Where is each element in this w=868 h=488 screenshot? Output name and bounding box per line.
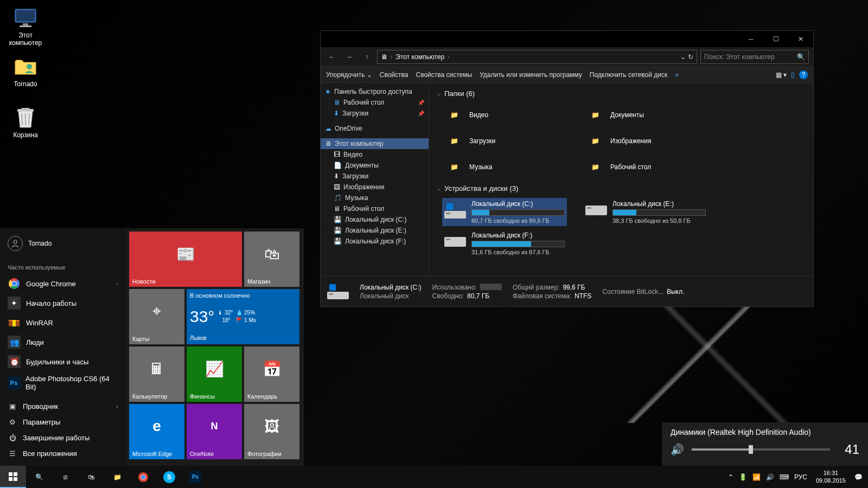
folder-docs[interactable]: 📁Документы bbox=[583, 103, 703, 127]
tree-music[interactable]: 🎵Музыка bbox=[321, 192, 429, 203]
view-icon[interactable]: ▦ ▾ bbox=[776, 71, 787, 79]
tile-photos[interactable]: 🖼Фотографии bbox=[244, 404, 299, 459]
refresh-icon[interactable]: ↻ bbox=[688, 53, 693, 61]
search-button[interactable]: 🔍 bbox=[26, 466, 52, 488]
start-user[interactable]: Tornado bbox=[0, 233, 126, 254]
tree-quickaccess[interactable]: ★Панель быстрого доступа bbox=[321, 86, 429, 97]
taskbar-skype[interactable]: S bbox=[156, 466, 182, 488]
taskbar-chrome[interactable] bbox=[130, 466, 156, 488]
start-allapps[interactable]: ☰Все приложения bbox=[0, 446, 126, 461]
titlebar[interactable]: ─ ☐ ✕ bbox=[321, 31, 813, 47]
maximize-button[interactable]: ☐ bbox=[763, 31, 788, 47]
desktop-icon-folder[interactable]: Tornado bbox=[5, 55, 46, 88]
help-icon[interactable]: ? bbox=[799, 70, 808, 79]
group-folders[interactable]: ⌄Папки (6) bbox=[437, 87, 806, 100]
chevron-down-icon[interactable]: ⌄ bbox=[680, 53, 686, 61]
tree-videos[interactable]: 🎞Видео bbox=[321, 149, 429, 160]
tree-docs[interactable]: 📄Документы bbox=[321, 160, 429, 171]
explorer-icon: ▣ bbox=[8, 402, 17, 410]
hamburger-icon: ☰ bbox=[8, 450, 17, 458]
cmd-properties[interactable]: Свойства bbox=[380, 71, 409, 79]
tile-news[interactable]: 📰Новости bbox=[129, 232, 242, 287]
cmd-sysprops[interactable]: Свойства системы bbox=[416, 71, 472, 79]
search-box[interactable]: 🔍 bbox=[700, 50, 809, 64]
winrar-icon bbox=[8, 316, 21, 329]
taskbar-store[interactable]: 🛍 bbox=[78, 466, 104, 488]
tray-battery-icon[interactable]: 🔋 bbox=[739, 473, 747, 481]
address-bar[interactable]: 🖥 › Этот компьютер › ⌄↻ bbox=[377, 50, 697, 64]
tray-volume-icon[interactable]: 🔊 bbox=[766, 473, 774, 481]
group-drives[interactable]: ⌄Устройства и диски (3) bbox=[437, 182, 806, 195]
start-explorer[interactable]: ▣Проводник› bbox=[0, 399, 126, 414]
start-settings[interactable]: ⚙Параметры bbox=[0, 414, 126, 430]
tile-calculator[interactable]: 🖩Калькулятор bbox=[129, 346, 184, 402]
tree-desktop2[interactable]: 🖥Рабочий стол bbox=[321, 203, 429, 214]
tree-onedrive[interactable]: ☁OneDrive bbox=[321, 123, 429, 134]
start-section-frequent: Часто используемые bbox=[0, 262, 126, 273]
tile-edge[interactable]: eMicrosoft Edge bbox=[129, 404, 184, 459]
start-app-winrar[interactable]: WinRAR bbox=[0, 313, 126, 332]
svg-rect-26 bbox=[329, 284, 336, 291]
start-app-getstarted[interactable]: ✦Начало работы bbox=[0, 293, 126, 313]
tree-downloads[interactable]: ⬇Загрузки📌 bbox=[321, 108, 429, 119]
folder-desktop[interactable]: 📁Рабочий стол bbox=[583, 155, 703, 179]
start-app-people[interactable]: 👥Люди bbox=[0, 332, 126, 352]
start-app-chrome[interactable]: Google Chrome› bbox=[0, 274, 126, 293]
start-app-photoshop[interactable]: PsAdobe Photoshop CS6 (64 Bit) bbox=[0, 371, 126, 394]
chart-icon: 📈 bbox=[187, 346, 242, 391]
folder-pictures[interactable]: 📁Изображения bbox=[583, 129, 703, 153]
start-button[interactable] bbox=[0, 466, 26, 488]
cmd-netdrive[interactable]: Подключить сетевой диск bbox=[590, 71, 667, 79]
tile-weather[interactable]: В основном солнечно 33° 🌡 32° 18° 💧 25%🚩… bbox=[187, 289, 299, 344]
taskview-button[interactable]: ⎚ bbox=[52, 466, 78, 488]
tree-diskC[interactable]: 💾Локальный диск (C:) bbox=[321, 214, 429, 225]
desktop-icon-thispc[interactable]: Этот компьютер bbox=[5, 7, 46, 47]
folder-music[interactable]: 📁Музыка bbox=[442, 155, 561, 179]
drive-c[interactable]: Локальный диск (C:)80,7 ГБ свободно из 9… bbox=[442, 198, 567, 226]
preview-icon[interactable]: ▯ bbox=[791, 71, 795, 79]
chevron-down-icon: ⌄ bbox=[437, 185, 441, 191]
start-app-alarms[interactable]: ⏰Будильники и часы bbox=[0, 352, 126, 371]
search-icon[interactable]: 🔍 bbox=[797, 53, 805, 61]
back-button[interactable]: ← bbox=[325, 50, 339, 64]
taskbar-photoshop[interactable]: Ps bbox=[182, 466, 208, 488]
navbar: ← → ↑ 🖥 › Этот компьютер › ⌄↻ 🔍 bbox=[321, 47, 813, 67]
folder-downloads[interactable]: 📁Загрузки bbox=[442, 129, 561, 153]
cmd-organize[interactable]: Упорядочить ⌄ bbox=[326, 71, 372, 79]
search-input[interactable] bbox=[704, 53, 794, 61]
tile-finance[interactable]: 📈Финансы bbox=[187, 346, 242, 402]
tray-keyboard-icon[interactable]: ⌨ bbox=[780, 473, 789, 481]
tray-lang[interactable]: РУС bbox=[794, 473, 807, 481]
tile-onenote[interactable]: NOneNote bbox=[187, 404, 242, 459]
up-button[interactable]: ↑ bbox=[360, 50, 374, 64]
drive-f[interactable]: Локальный диск (F:)31,6 ГБ свободно из 8… bbox=[442, 229, 567, 258]
tray-overflow[interactable]: ⌃ bbox=[728, 473, 733, 481]
forward-button[interactable]: → bbox=[342, 50, 356, 64]
chevron-right-icon: › bbox=[116, 402, 118, 410]
folder-videos[interactable]: 📁Видео bbox=[442, 103, 561, 127]
tile-calendar[interactable]: 📅Календарь bbox=[244, 346, 299, 402]
tile-store[interactable]: 🛍Магазин bbox=[244, 232, 299, 287]
desktop-icon-trash[interactable]: Корзина bbox=[5, 106, 46, 139]
minimize-button[interactable]: ─ bbox=[738, 31, 763, 47]
tree-thispc[interactable]: 🖥Этот компьютер bbox=[321, 138, 429, 149]
tray-clock[interactable]: 16:3109.08.2015 bbox=[813, 470, 849, 484]
volume-slider[interactable] bbox=[692, 448, 830, 451]
tree-desktop[interactable]: 🖥Рабочий стол📌 bbox=[321, 97, 429, 108]
start-power[interactable]: ⏻Завершение работы bbox=[0, 430, 126, 446]
speaker-icon[interactable]: 🔊 bbox=[671, 443, 684, 456]
tree-pictures[interactable]: 🖼Изображения bbox=[321, 182, 429, 192]
tile-maps[interactable]: ⌖Карты bbox=[129, 289, 184, 344]
close-button[interactable]: ✕ bbox=[788, 31, 813, 47]
tray-notifications-icon[interactable]: 💬 bbox=[854, 473, 863, 481]
tree-diskF[interactable]: 💾Локальный диск (F:) bbox=[321, 236, 429, 247]
tree-downloads2[interactable]: ⬇Загрузки bbox=[321, 171, 429, 182]
cmd-overflow[interactable]: » bbox=[675, 71, 679, 79]
drive-e[interactable]: Локальный диск (E:)38,3 ГБ свободно из 5… bbox=[583, 198, 708, 226]
tray-wifi-icon[interactable]: 📶 bbox=[752, 473, 761, 481]
cmd-uninstall[interactable]: Удалить или изменить программу bbox=[480, 71, 582, 79]
chrome-icon bbox=[8, 277, 21, 290]
tree-diskE[interactable]: 💾Локальный диск (E:) bbox=[321, 225, 429, 236]
start-tiles: 📰Новости 🛍Магазин ⌖Карты В основном солн… bbox=[126, 228, 304, 466]
taskbar-explorer[interactable]: 📁 bbox=[104, 466, 130, 488]
